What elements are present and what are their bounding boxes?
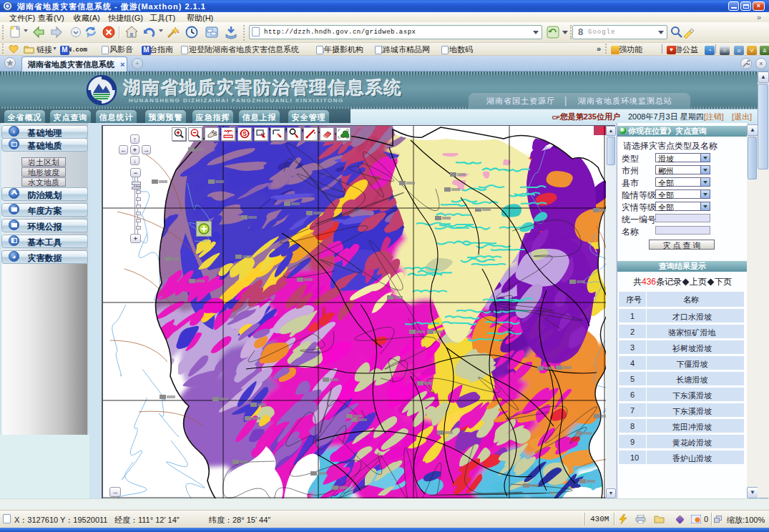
svg-text:S: S [243, 130, 247, 137]
svg-text:?: ? [227, 129, 230, 135]
